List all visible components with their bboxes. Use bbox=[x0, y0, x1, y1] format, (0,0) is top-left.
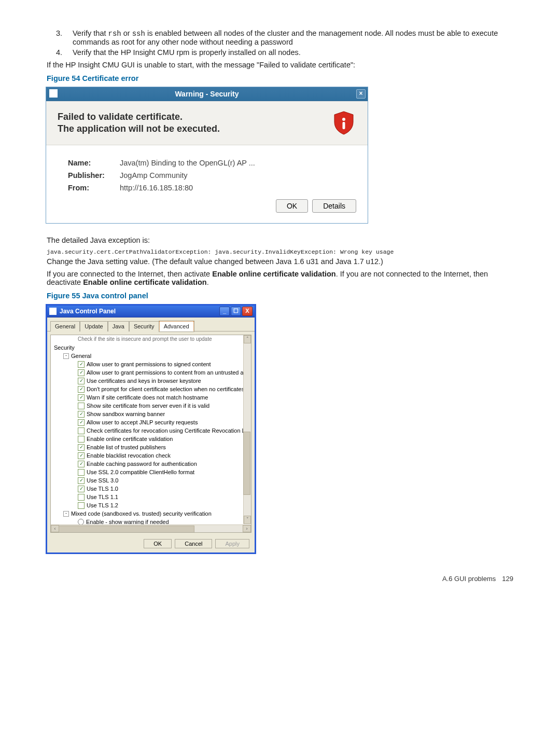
details-button[interactable]: Details bbox=[312, 199, 356, 213]
maximize-button[interactable]: ☐ bbox=[231, 307, 241, 316]
scroll-right-icon[interactable]: › bbox=[243, 525, 251, 532]
tree-option-9[interactable]: Enable online certificate validation bbox=[54, 435, 249, 443]
checkbox[interactable] bbox=[78, 403, 85, 409]
tree-option-4[interactable]: ✓Warn if site certificate does not match… bbox=[54, 393, 249, 402]
collapse-icon[interactable]: - bbox=[63, 353, 69, 359]
option-label: Don't prompt for client certificate sele… bbox=[87, 385, 251, 393]
option-label: Use TLS 1.1 bbox=[87, 493, 118, 501]
checkbox[interactable] bbox=[78, 436, 85, 443]
headline-line1: Failed to validate certificate. bbox=[58, 111, 220, 123]
tree-option-6[interactable]: ✓Show sandbox warning banner bbox=[54, 410, 249, 418]
collapse-icon[interactable]: - bbox=[63, 511, 69, 517]
option-label: Use TLS 1.0 bbox=[87, 485, 118, 493]
code-rsh: rsh bbox=[108, 30, 121, 38]
checkbox[interactable]: ✓ bbox=[78, 477, 85, 484]
close-icon[interactable]: × bbox=[356, 89, 366, 99]
checkbox[interactable]: ✓ bbox=[78, 452, 85, 459]
checkbox[interactable]: ✓ bbox=[78, 461, 85, 467]
tab-general[interactable]: General bbox=[50, 321, 80, 331]
dialog-titlebar[interactable]: Warning - Security × bbox=[46, 87, 368, 101]
list-item-3: 3. Verify that rsh or ssh is enabled bet… bbox=[56, 29, 513, 46]
checkbox[interactable]: ✓ bbox=[78, 369, 85, 376]
option-label: Enable list of trusted publishers bbox=[87, 443, 166, 451]
dialog-button-row: OK Details bbox=[68, 199, 356, 213]
checkbox[interactable]: ✓ bbox=[78, 444, 85, 451]
exception-text: java.security.cert.CertPathValidatorExce… bbox=[47, 248, 513, 255]
security-tree[interactable]: Check if the site is insecure and prompt… bbox=[51, 335, 251, 528]
checkbox[interactable] bbox=[78, 502, 85, 509]
tab-security[interactable]: Security bbox=[129, 321, 159, 331]
text: Verify that bbox=[73, 29, 108, 37]
checkbox[interactable]: ✓ bbox=[78, 411, 85, 418]
tab-update[interactable]: Update bbox=[80, 321, 107, 331]
paragraph: The detailed Java exception is: bbox=[47, 236, 513, 244]
option-label: Show site certificate from server even i… bbox=[87, 402, 209, 410]
tree-option-12[interactable]: ✓Enable caching password for authenticat… bbox=[54, 460, 249, 468]
name-value: Java(tm) Binding to the OpenGL(r) AP ... bbox=[120, 159, 255, 167]
paragraph: If you are connected to the Internet, th… bbox=[47, 270, 513, 286]
tab-advanced[interactable]: Advanced bbox=[159, 321, 194, 331]
tree-option-7[interactable]: ✓Allow user to accept JNLP security requ… bbox=[54, 418, 249, 426]
scroll-up-icon[interactable]: ˄ bbox=[244, 335, 251, 343]
checkbox[interactable] bbox=[78, 427, 85, 434]
tree-option-14[interactable]: ✓Use SSL 3.0 bbox=[54, 476, 249, 485]
text: or bbox=[121, 29, 132, 37]
checkbox[interactable]: ✓ bbox=[78, 361, 85, 368]
option-label: Allow user to grant permissions to conte… bbox=[87, 368, 251, 377]
checkbox[interactable]: ✓ bbox=[78, 386, 85, 393]
tree-option-0[interactable]: ✓Allow user to grant permissions to sign… bbox=[54, 360, 249, 368]
tree-option-10[interactable]: ✓Enable list of trusted publishers bbox=[54, 443, 249, 451]
hscroll-thumb[interactable] bbox=[59, 526, 194, 533]
tree-option-1[interactable]: ✓Allow user to grant permissions to cont… bbox=[54, 368, 249, 377]
list-number: 3. bbox=[56, 29, 73, 46]
checkbox[interactable]: ✓ bbox=[78, 486, 85, 492]
tree-option-2[interactable]: ✓Use certificates and keys in browser ke… bbox=[54, 377, 249, 385]
info-row-publisher: Publisher: JogAmp Community bbox=[68, 171, 356, 179]
option-label: Use SSL 2.0 compatible ClientHello forma… bbox=[87, 468, 194, 476]
tree-option-15[interactable]: ✓Use TLS 1.0 bbox=[54, 485, 249, 493]
checkbox[interactable]: ✓ bbox=[78, 394, 85, 401]
apply-button[interactable]: Apply bbox=[215, 539, 249, 548]
checkbox[interactable]: ✓ bbox=[78, 378, 85, 384]
tree-option-13[interactable]: Use SSL 2.0 compatible ClientHello forma… bbox=[54, 468, 249, 476]
ok-button[interactable]: OK bbox=[144, 539, 172, 548]
bold-enable-online: Enable online certificate validation bbox=[83, 278, 207, 286]
scroll-thumb[interactable] bbox=[243, 432, 250, 495]
scroll-down-icon[interactable]: ˅ bbox=[244, 516, 251, 524]
option-label: Enable online certificate validation bbox=[87, 435, 173, 443]
option-label: Use TLS 1.2 bbox=[87, 501, 118, 509]
tree-security-root[interactable]: Security bbox=[54, 343, 249, 352]
checkbox[interactable] bbox=[78, 494, 85, 501]
checkbox[interactable] bbox=[78, 469, 85, 476]
tree-option-16[interactable]: Use TLS 1.1 bbox=[54, 493, 249, 501]
tree-option-8[interactable]: Check certificates for revocation using … bbox=[54, 426, 249, 435]
java-icon bbox=[49, 89, 58, 98]
tree-option-11[interactable]: ✓Enable blacklist revocation check bbox=[54, 451, 249, 460]
option-label: Allow user to accept JNLP security reque… bbox=[87, 418, 198, 426]
tree-mixed-code-node[interactable]: -Mixed code (sandboxed vs. trusted) secu… bbox=[54, 509, 249, 518]
horizontal-scrollbar[interactable]: ‹ › bbox=[51, 524, 251, 532]
tab-java[interactable]: Java bbox=[108, 321, 129, 331]
paragraph: If the HP Insight CMU GUI is unable to s… bbox=[47, 61, 513, 69]
text: If you are connected to the Internet, th… bbox=[47, 270, 212, 278]
minimize-button[interactable]: _ bbox=[219, 307, 230, 316]
tree-option-17[interactable]: Use TLS 1.2 bbox=[54, 501, 249, 509]
close-button[interactable]: X bbox=[242, 307, 253, 316]
publisher-label: Publisher: bbox=[68, 171, 120, 179]
tree-general-node[interactable]: -General bbox=[54, 352, 249, 360]
tree-option-3[interactable]: ✓Don't prompt for client certificate sel… bbox=[54, 385, 249, 393]
jcp-titlebar[interactable]: Java Control Panel _ ☐ X bbox=[47, 306, 255, 317]
from-label: From: bbox=[68, 184, 120, 192]
dialog-headline: Failed to validate certificate. The appl… bbox=[58, 111, 220, 135]
mixed-code-label: Mixed code (sandboxed vs. trusted) secur… bbox=[71, 509, 212, 518]
checkbox[interactable]: ✓ bbox=[78, 419, 85, 426]
tree-option-5[interactable]: Show site certificate from server even i… bbox=[54, 402, 249, 410]
jcp-content: Check if the site is insecure and prompt… bbox=[50, 335, 251, 533]
cancel-button[interactable]: Cancel bbox=[175, 539, 212, 548]
scroll-left-icon[interactable]: ‹ bbox=[51, 525, 59, 532]
figure-55-title: Figure 55 Java control panel bbox=[47, 292, 513, 300]
vertical-scrollbar[interactable]: ˄ ˅ bbox=[243, 335, 251, 524]
dialog-title: Warning - Security bbox=[175, 90, 239, 98]
page: 3. Verify that rsh or ssh is enabled bet… bbox=[0, 0, 560, 598]
ok-button[interactable]: OK bbox=[276, 199, 308, 213]
